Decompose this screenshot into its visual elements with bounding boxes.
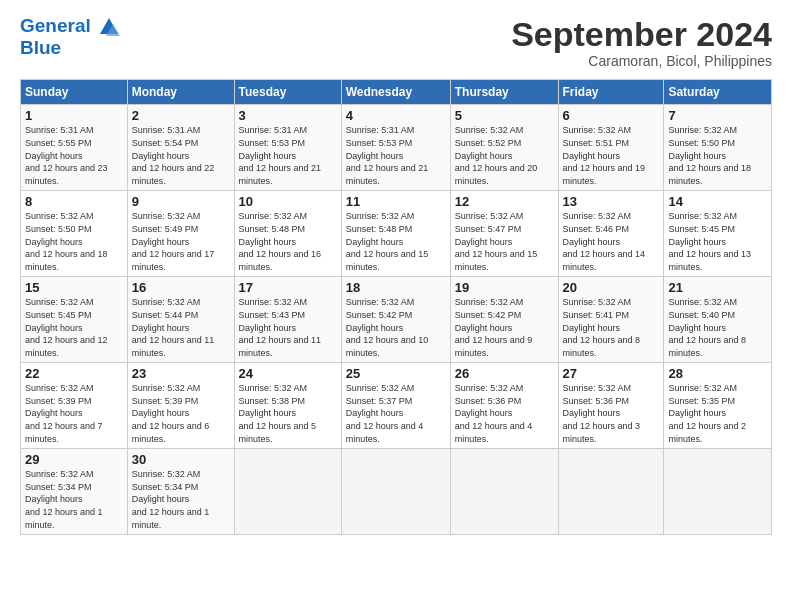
day-info: Sunrise: 5:32 AMSunset: 5:38 PMDaylight …: [239, 383, 317, 443]
day-info: Sunrise: 5:31 AMSunset: 5:54 PMDaylight …: [132, 125, 215, 185]
header-thursday: Thursday: [450, 80, 558, 105]
table-row: 7 Sunrise: 5:32 AMSunset: 5:50 PMDayligh…: [664, 105, 772, 191]
table-row: [558, 449, 664, 535]
day-number: 26: [455, 366, 554, 381]
day-info: Sunrise: 5:32 AMSunset: 5:39 PMDaylight …: [25, 383, 103, 443]
day-number: 22: [25, 366, 123, 381]
day-info: Sunrise: 5:32 AMSunset: 5:39 PMDaylight …: [132, 383, 210, 443]
table-row: 2 Sunrise: 5:31 AMSunset: 5:54 PMDayligh…: [127, 105, 234, 191]
title-area: September 2024 Caramoran, Bicol, Philipp…: [511, 16, 772, 69]
table-row: 16 Sunrise: 5:32 AMSunset: 5:44 PMDaylig…: [127, 277, 234, 363]
calendar-week-row: 29 Sunrise: 5:32 AMSunset: 5:34 PMDaylig…: [21, 449, 772, 535]
day-number: 4: [346, 108, 446, 123]
header-saturday: Saturday: [664, 80, 772, 105]
day-number: 11: [346, 194, 446, 209]
day-info: Sunrise: 5:32 AMSunset: 5:34 PMDaylight …: [132, 469, 210, 529]
day-info: Sunrise: 5:32 AMSunset: 5:43 PMDaylight …: [239, 297, 322, 357]
day-info: Sunrise: 5:32 AMSunset: 5:50 PMDaylight …: [668, 125, 751, 185]
day-info: Sunrise: 5:32 AMSunset: 5:51 PMDaylight …: [563, 125, 646, 185]
table-row: [450, 449, 558, 535]
table-row: 28 Sunrise: 5:32 AMSunset: 5:35 PMDaylig…: [664, 363, 772, 449]
day-number: 2: [132, 108, 230, 123]
calendar-week-row: 22 Sunrise: 5:32 AMSunset: 5:39 PMDaylig…: [21, 363, 772, 449]
day-number: 21: [668, 280, 767, 295]
table-row: 9 Sunrise: 5:32 AMSunset: 5:49 PMDayligh…: [127, 191, 234, 277]
logo-blue: Blue: [20, 38, 120, 59]
day-info: Sunrise: 5:32 AMSunset: 5:50 PMDaylight …: [25, 211, 108, 271]
table-row: [341, 449, 450, 535]
header-sunday: Sunday: [21, 80, 128, 105]
day-info: Sunrise: 5:32 AMSunset: 5:42 PMDaylight …: [346, 297, 429, 357]
day-info: Sunrise: 5:32 AMSunset: 5:36 PMDaylight …: [455, 383, 533, 443]
day-number: 6: [563, 108, 660, 123]
calendar-week-row: 8 Sunrise: 5:32 AMSunset: 5:50 PMDayligh…: [21, 191, 772, 277]
table-row: 6 Sunrise: 5:32 AMSunset: 5:51 PMDayligh…: [558, 105, 664, 191]
day-info: Sunrise: 5:32 AMSunset: 5:42 PMDaylight …: [455, 297, 533, 357]
header-monday: Monday: [127, 80, 234, 105]
table-row: 8 Sunrise: 5:32 AMSunset: 5:50 PMDayligh…: [21, 191, 128, 277]
table-row: 15 Sunrise: 5:32 AMSunset: 5:45 PMDaylig…: [21, 277, 128, 363]
day-info: Sunrise: 5:32 AMSunset: 5:46 PMDaylight …: [563, 211, 646, 271]
day-info: Sunrise: 5:32 AMSunset: 5:48 PMDaylight …: [346, 211, 429, 271]
day-info: Sunrise: 5:32 AMSunset: 5:47 PMDaylight …: [455, 211, 538, 271]
table-row: 1Sunrise: 5:31 AMSunset: 5:55 PMDaylight…: [21, 105, 128, 191]
day-info: Sunrise: 5:31 AMSunset: 5:55 PMDaylight …: [25, 125, 108, 185]
day-info: Sunrise: 5:32 AMSunset: 5:41 PMDaylight …: [563, 297, 641, 357]
logo: General Blue: [20, 16, 120, 59]
day-number: 17: [239, 280, 337, 295]
day-info: Sunrise: 5:32 AMSunset: 5:49 PMDaylight …: [132, 211, 215, 271]
table-row: 18 Sunrise: 5:32 AMSunset: 5:42 PMDaylig…: [341, 277, 450, 363]
day-number: 14: [668, 194, 767, 209]
day-number: 7: [668, 108, 767, 123]
table-row: 13 Sunrise: 5:32 AMSunset: 5:46 PMDaylig…: [558, 191, 664, 277]
table-row: 5 Sunrise: 5:32 AMSunset: 5:52 PMDayligh…: [450, 105, 558, 191]
day-number: 24: [239, 366, 337, 381]
day-number: 29: [25, 452, 123, 467]
day-info: Sunrise: 5:32 AMSunset: 5:44 PMDaylight …: [132, 297, 215, 357]
table-row: 20 Sunrise: 5:32 AMSunset: 5:41 PMDaylig…: [558, 277, 664, 363]
table-row: 11 Sunrise: 5:32 AMSunset: 5:48 PMDaylig…: [341, 191, 450, 277]
logo-general: General: [20, 15, 91, 36]
day-info: Sunrise: 5:32 AMSunset: 5:45 PMDaylight …: [668, 211, 751, 271]
table-row: [234, 449, 341, 535]
days-header-row: Sunday Monday Tuesday Wednesday Thursday…: [21, 80, 772, 105]
table-row: 22 Sunrise: 5:32 AMSunset: 5:39 PMDaylig…: [21, 363, 128, 449]
day-number: 8: [25, 194, 123, 209]
day-info: Sunrise: 5:32 AMSunset: 5:35 PMDaylight …: [668, 383, 746, 443]
table-row: 26 Sunrise: 5:32 AMSunset: 5:36 PMDaylig…: [450, 363, 558, 449]
day-number: 12: [455, 194, 554, 209]
calendar-week-row: 1Sunrise: 5:31 AMSunset: 5:55 PMDaylight…: [21, 105, 772, 191]
month-title: September 2024: [511, 16, 772, 53]
day-number: 23: [132, 366, 230, 381]
header-wednesday: Wednesday: [341, 80, 450, 105]
day-info: Sunrise: 5:32 AMSunset: 5:36 PMDaylight …: [563, 383, 641, 443]
day-number: 3: [239, 108, 337, 123]
table-row: 27 Sunrise: 5:32 AMSunset: 5:36 PMDaylig…: [558, 363, 664, 449]
day-info: Sunrise: 5:32 AMSunset: 5:34 PMDaylight …: [25, 469, 103, 529]
day-info: Sunrise: 5:31 AMSunset: 5:53 PMDaylight …: [239, 125, 322, 185]
day-number: 27: [563, 366, 660, 381]
table-row: 12 Sunrise: 5:32 AMSunset: 5:47 PMDaylig…: [450, 191, 558, 277]
page-header: General Blue September 2024 Caramoran, B…: [20, 16, 772, 69]
table-row: 17 Sunrise: 5:32 AMSunset: 5:43 PMDaylig…: [234, 277, 341, 363]
logo-icon: [98, 16, 120, 38]
day-number: 30: [132, 452, 230, 467]
day-info: Sunrise: 5:32 AMSunset: 5:52 PMDaylight …: [455, 125, 538, 185]
day-info: Sunrise: 5:32 AMSunset: 5:40 PMDaylight …: [668, 297, 746, 357]
header-tuesday: Tuesday: [234, 80, 341, 105]
day-info: Sunrise: 5:32 AMSunset: 5:45 PMDaylight …: [25, 297, 108, 357]
day-number: 20: [563, 280, 660, 295]
calendar-table: Sunday Monday Tuesday Wednesday Thursday…: [20, 79, 772, 535]
day-number: 5: [455, 108, 554, 123]
day-number: 9: [132, 194, 230, 209]
table-row: 21 Sunrise: 5:32 AMSunset: 5:40 PMDaylig…: [664, 277, 772, 363]
day-number: 25: [346, 366, 446, 381]
table-row: 10 Sunrise: 5:32 AMSunset: 5:48 PMDaylig…: [234, 191, 341, 277]
table-row: 29 Sunrise: 5:32 AMSunset: 5:34 PMDaylig…: [21, 449, 128, 535]
day-info: Sunrise: 5:32 AMSunset: 5:48 PMDaylight …: [239, 211, 322, 271]
day-number: 15: [25, 280, 123, 295]
table-row: 14 Sunrise: 5:32 AMSunset: 5:45 PMDaylig…: [664, 191, 772, 277]
day-number: 10: [239, 194, 337, 209]
day-number: 16: [132, 280, 230, 295]
table-row: 25 Sunrise: 5:32 AMSunset: 5:37 PMDaylig…: [341, 363, 450, 449]
